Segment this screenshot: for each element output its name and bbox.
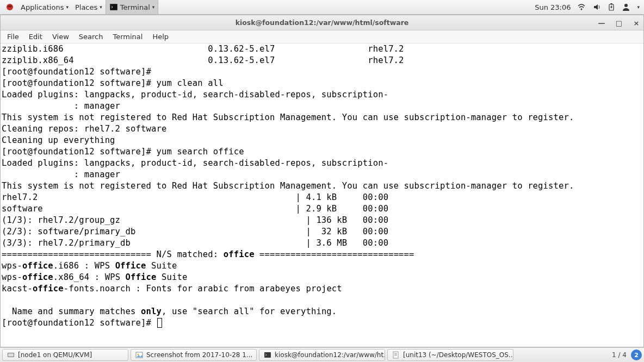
term-line: rhel7.2 | 4.1 kB 00:00	[2, 192, 388, 202]
term-line: (2/3): software/primary_db | 32 kB 00:00	[2, 227, 388, 236]
term-line: ============================= N/S matche…	[2, 249, 224, 259]
menu-search[interactable]: Search	[75, 33, 108, 41]
workspace-indicator: 1 / 4 2	[612, 349, 642, 360]
term-line: Name and summary matches	[2, 307, 141, 316]
user-menu-icon[interactable]	[622, 3, 630, 11]
cursor	[157, 318, 162, 328]
term-line: wps-	[2, 272, 22, 282]
svg-point-7	[624, 4, 628, 7]
taskbar-label: [node1 on QEMU/KVM]	[18, 351, 92, 359]
window-controls: — □ ×	[598, 18, 640, 27]
terminal-output[interactable]: zziplib.i686 0.13.62-5.el7 rhel7.2 zzipl…	[1, 43, 643, 347]
applications-label: Applications	[21, 3, 64, 11]
chevron-down-icon: ▾	[152, 4, 155, 10]
places-label: Places	[75, 3, 97, 11]
term-line: This system is not registered to Red Hat…	[2, 113, 574, 122]
term-line: [root@foundation12 software]# yum search…	[2, 147, 244, 157]
maximize-button[interactable]: □	[615, 18, 623, 27]
match-keyword: office	[22, 261, 53, 271]
term-line: : manager	[2, 101, 120, 111]
term-line: .x86_64 : WPS	[53, 272, 126, 282]
taskbar-label: kiosk@foundation12:/var/www/ht...	[275, 351, 385, 359]
term-line: This system is not registered to Red Hat…	[2, 181, 574, 191]
svg-point-11	[138, 354, 139, 355]
battery-icon[interactable]	[608, 3, 615, 11]
menubar: File Edit View Search Terminal Help	[1, 30, 643, 43]
svg-point-1	[8, 5, 12, 8]
applications-menu[interactable]: Applications ▾	[17, 0, 72, 14]
chevron-down-icon: ▾	[66, 4, 69, 10]
term-line: (3/3): rhel7.2/primary_db | 3.6 MB 00:00	[2, 238, 388, 248]
gedit-icon	[392, 351, 400, 359]
terminal-label: Terminal	[120, 3, 150, 11]
svg-rect-13	[393, 352, 398, 358]
match-keyword: Office	[126, 272, 157, 282]
chevron-down-icon: ▾	[637, 4, 640, 10]
menu-view[interactable]: View	[48, 33, 73, 41]
match-keyword: office	[22, 272, 53, 282]
terminal-icon	[109, 3, 118, 11]
workspace-count[interactable]: 1 / 4	[612, 351, 627, 359]
svg-point-4	[581, 9, 583, 10]
taskbar-label: [unit13 (~/Desktop/WESTOS_OS...	[403, 351, 513, 359]
terminal-app-menu[interactable]: Terminal ▾	[106, 0, 158, 14]
taskbar-label: Screenshot from 2017-10-28 1...	[146, 351, 252, 359]
term-line: .i686 : WPS	[53, 261, 115, 271]
image-icon	[135, 351, 143, 359]
term-line: software | 2.9 kB 00:00	[2, 204, 388, 214]
term-line: Cleaning up everything	[2, 135, 115, 145]
terminal-icon	[264, 351, 271, 359]
clock[interactable]: Sun 23:06	[535, 3, 571, 11]
taskbar-button-gedit[interactable]: [unit13 (~/Desktop/WESTOS_OS...	[387, 349, 513, 361]
term-line: : manager	[2, 170, 120, 179]
badge-count: 2	[634, 352, 639, 359]
term-line: [root@foundation12 software]#	[2, 67, 151, 77]
svg-rect-12	[264, 352, 271, 358]
kvm-icon	[7, 351, 15, 359]
bold-only: only	[141, 307, 162, 316]
term-line: Suite	[157, 272, 188, 282]
window-title: kiosk@foundation12:/var/www/html/softwar…	[236, 18, 409, 27]
term-line: -fonts.noarch : Fonts for arabic from ar…	[64, 284, 342, 294]
top-panel: Applications ▾ Places ▾ Terminal ▾ Sun 2…	[0, 0, 644, 15]
term-line: Loaded plugins: langpacks, product-id, s…	[2, 90, 388, 99]
redhat-icon	[5, 3, 14, 11]
redhat-logo	[2, 0, 17, 14]
match-keyword: office	[224, 249, 255, 259]
menu-file[interactable]: File	[3, 33, 23, 41]
menu-edit[interactable]: Edit	[24, 33, 47, 41]
minimize-button[interactable]: —	[598, 18, 605, 27]
term-line: (1/3): rhel7.2/group_gz | 136 kB 00:00	[2, 215, 388, 225]
wifi-icon[interactable]	[577, 3, 586, 11]
places-menu[interactable]: Places ▾	[72, 0, 106, 14]
term-line: zziplib.x86_64 0.13.62-5.el7 rhel7.2	[2, 55, 404, 65]
window-titlebar[interactable]: kiosk@foundation12:/var/www/html/softwar…	[1, 15, 643, 30]
svg-rect-9	[8, 353, 14, 357]
sound-icon[interactable]	[592, 3, 601, 11]
prompt-line: [root@foundation12 software]#	[2, 318, 156, 328]
bottom-panel: [node1 on QEMU/KVM] Screenshot from 2017…	[0, 347, 644, 362]
terminal-window: kiosk@foundation12:/var/www/html/softwar…	[0, 15, 644, 347]
term-line: Cleaning repos: rhel7.2 software	[2, 124, 166, 134]
taskbar-button-qemu[interactable]: [node1 on QEMU/KVM]	[2, 349, 128, 361]
match-keyword: Office	[115, 261, 146, 271]
chevron-down-icon: ▾	[100, 4, 102, 10]
svg-rect-3	[110, 4, 117, 10]
taskbar-button-terminal[interactable]: kiosk@foundation12:/var/www/ht...	[259, 349, 385, 361]
top-panel-right: Sun 23:06 ▾	[535, 3, 642, 11]
term-line: Suite	[146, 261, 177, 271]
menu-terminal[interactable]: Terminal	[108, 33, 147, 41]
term-line: zziplib.i686 0.13.62-5.el7 rhel7.2	[2, 44, 404, 54]
menu-help[interactable]: Help	[148, 33, 173, 41]
term-line: kacst-	[2, 284, 33, 294]
taskbar-button-screenshot[interactable]: Screenshot from 2017-10-28 1...	[131, 349, 257, 361]
close-button[interactable]: ×	[633, 18, 640, 27]
term-line: ==============================	[255, 249, 414, 259]
svg-rect-6	[611, 3, 612, 4]
match-keyword: office	[33, 284, 64, 294]
term-line: [root@foundation12 software]# yum clean …	[2, 78, 224, 88]
notification-badge[interactable]: 2	[631, 349, 642, 360]
term-line: Loaded plugins: langpacks, product-id, s…	[2, 158, 388, 168]
term-line: , use "search all" for everything.	[162, 307, 337, 316]
term-line: wps-	[2, 261, 22, 271]
